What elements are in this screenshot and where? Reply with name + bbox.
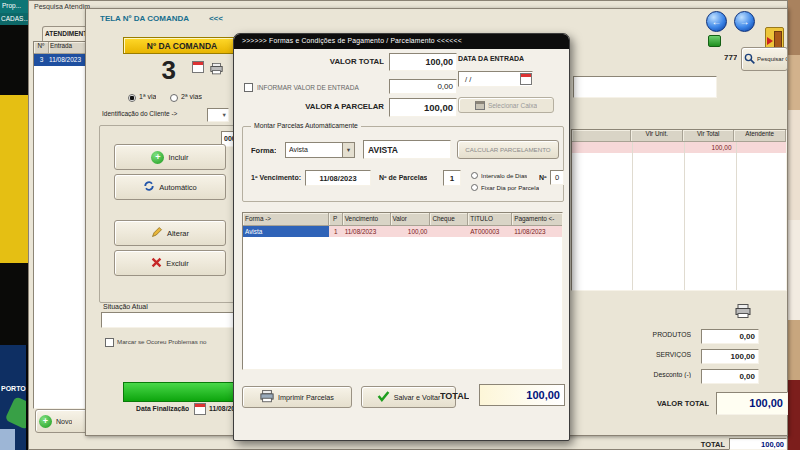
modal-valor-total-value: 100,00 [389,53,457,71]
auto-icon [143,180,155,194]
telefone-value: 777 [724,53,737,62]
chevron-down-icon[interactable]: ▼ [342,143,354,157]
novo-button[interactable]: + Novo [35,409,91,433]
grid-header-blank[interactable] [572,130,631,142]
num-parcelas-label: Nº de Parcelas [379,174,427,181]
column-header-entrada[interactable]: Entrada [49,42,89,54]
alterar-button[interactable]: Alterar [114,220,226,246]
table-header-vencimento[interactable]: Vencimento [343,213,391,226]
cliente-ident-label: Identificação do Cliente -> [102,110,206,117]
incluir-button[interactable]: + Incluir [114,144,226,170]
valor-parcelar-label: VALOR A PARCELAR [272,102,384,111]
forward-nav-icon[interactable]: → [734,11,755,32]
parcelas-table: Forma -> P Vencimento Valor Cheque TITUL… [242,212,563,370]
calendar-icon[interactable] [194,403,206,415]
search-icon [744,50,755,68]
modal-titlebar[interactable]: >>>>>> Formas e Condições de Pagamento /… [234,34,569,49]
grid-cell [572,142,631,153]
table-row[interactable]: Avista 1 11/08/2023 100,00 AT000003 11/0… [243,226,562,237]
valor-parcelar-value: 100,00 [389,98,457,117]
automatico-button[interactable]: Automático [114,174,226,200]
via2-radio[interactable] [170,94,178,102]
tab-atendimento[interactable]: ATENDIMENTO [42,26,89,41]
back-nav-icon[interactable]: ← [706,11,727,32]
desconto-value: 0,00 [701,369,759,384]
payment-modal: >>>>>> Formas e Condições de Pagamento /… [233,33,570,441]
photo-band [786,110,800,220]
grid-row[interactable]: 100,00 [572,142,786,153]
incluir-label: Incluir [168,153,188,162]
pesquisar-cliente-button[interactable]: Pesquisar Cliente [741,47,788,71]
problemas-label: Marcar se Ocoreu Problemas no [117,338,239,345]
forma-select-value: Avista [289,146,339,153]
cliente-info-field[interactable] [573,76,717,98]
green-shape [5,396,26,430]
footer-total-value: 100,00 [729,438,787,450]
printer-icon[interactable] [210,61,223,79]
modal-total-value: 100,00 [479,384,565,406]
table-cell-valor: 100,00 [391,226,431,237]
left-yellow-strip [0,95,28,263]
informar-entrada-checkbox[interactable] [244,83,253,92]
list-item-entrada: 11/08/2023 [49,54,89,66]
column-header-num[interactable]: Nº [34,42,49,54]
forma-select[interactable]: Avista ▼ [285,142,355,158]
table-header-pagamento[interactable]: Pagamento <- [512,213,562,226]
valor-total-value: 100,00 [716,392,788,415]
num-parcelas-field[interactable]: 1 [443,170,461,186]
photo-band [786,55,800,110]
problemas-checkbox[interactable] [105,338,114,347]
refresh-icon[interactable] [708,35,721,47]
entrada-value-field[interactable]: 0,00 [389,79,457,94]
grid-line [736,142,737,291]
vencimento-field[interactable]: 11/08/2023 [305,170,371,186]
intervalo-dias-radio[interactable] [471,172,478,179]
imprimir-parcelas-button[interactable]: Imprimir Parcelas [242,386,352,408]
data-finalizacao-label: Data Finalização [136,405,189,412]
grid-header-vlr-unit[interactable]: Vlr Unit. [631,130,683,142]
background-window-title-text: Prop... [2,2,21,9]
background-menu-item[interactable]: CADAS... [0,13,30,25]
vencimento-label: 1º Vencimento: [251,174,301,181]
num-field[interactable]: 0 [550,170,564,185]
forma-valor-field[interactable]: AVISTA [363,140,451,159]
informar-entrada-label: INFORMAR VALOR DE ENTRADA [257,84,385,91]
modal-total-label: TOTAL [440,391,469,401]
forma-label: Forma: [251,146,276,155]
selecionar-caixa-button[interactable]: Selecionar Caixa [458,97,554,113]
table-header-cheque[interactable]: Cheque [430,213,468,226]
porto-label: PORTO [1,385,26,392]
itens-grid: Vlr Unit. Vlr Total Atendente 100,00 [571,129,787,291]
table-header-titulo[interactable]: TITULO [468,213,512,226]
via1-radio[interactable] [128,94,136,102]
printer-icon [260,390,274,405]
total-produtos-value: 0,00 [701,329,759,344]
left-dark-strip-2 [0,263,28,345]
table-header-p[interactable]: P [329,213,343,226]
grid-header-vlr-total[interactable]: Vlr Total [683,130,735,142]
plus-icon: + [151,151,164,164]
printer-icon[interactable] [735,304,751,323]
comanda-title-text: TELA Nº DA COMANDA [100,14,189,23]
photo-band [786,220,800,320]
montar-parcelas-groupbox: Montar Parcelas Automáticamente Forma: A… [242,126,564,202]
situacao-label: Situação Atual [103,303,148,310]
table-cell-forma: Avista [243,226,329,237]
modal-valor-total-label: VALOR TOTAL [272,57,384,66]
calendar-icon[interactable] [520,73,532,85]
calcular-parcelamento-button[interactable]: CALCULAR PARCELAMENTO [457,140,559,159]
grid-header-atendente[interactable]: Atendente [734,130,786,142]
imprimir-parcelas-label: Imprimir Parcelas [278,393,334,402]
situacao-input[interactable] [101,312,241,328]
table-header-forma[interactable]: Forma -> [243,213,329,226]
grid-cell-vlr-total: 100,00 [683,142,735,153]
cliente-dropdown[interactable]: ▼ [207,108,229,122]
excluir-button[interactable]: Excluir [114,250,226,276]
fixar-dia-radio[interactable] [471,184,478,191]
grid-line [632,142,633,291]
grid-line [684,142,685,291]
via1-label: 1ª via [139,93,156,100]
list-item[interactable]: 3 11/08/2023 [34,54,89,66]
table-header-valor[interactable]: Valor [391,213,431,226]
calendar-icon[interactable] [192,61,204,73]
